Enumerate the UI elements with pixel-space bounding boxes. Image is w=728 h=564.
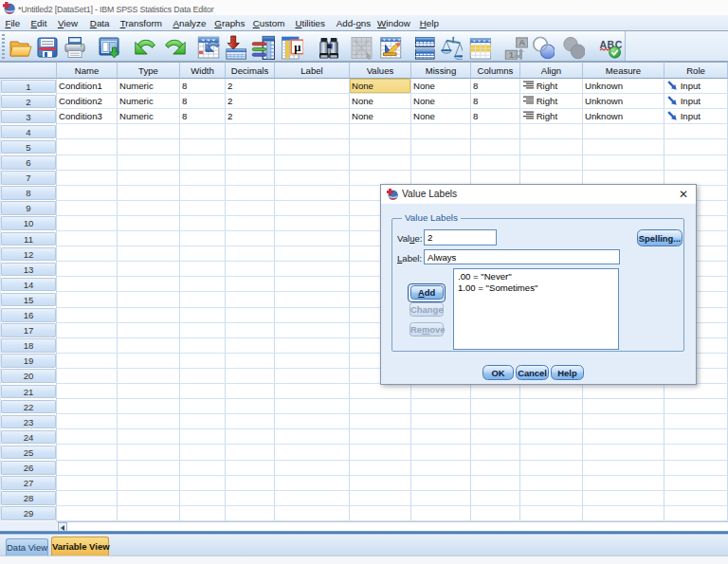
svg-text:μ: μ: [294, 41, 300, 54]
svg-text:A: A: [519, 37, 525, 47]
svg-text:1: 1: [509, 49, 515, 60]
